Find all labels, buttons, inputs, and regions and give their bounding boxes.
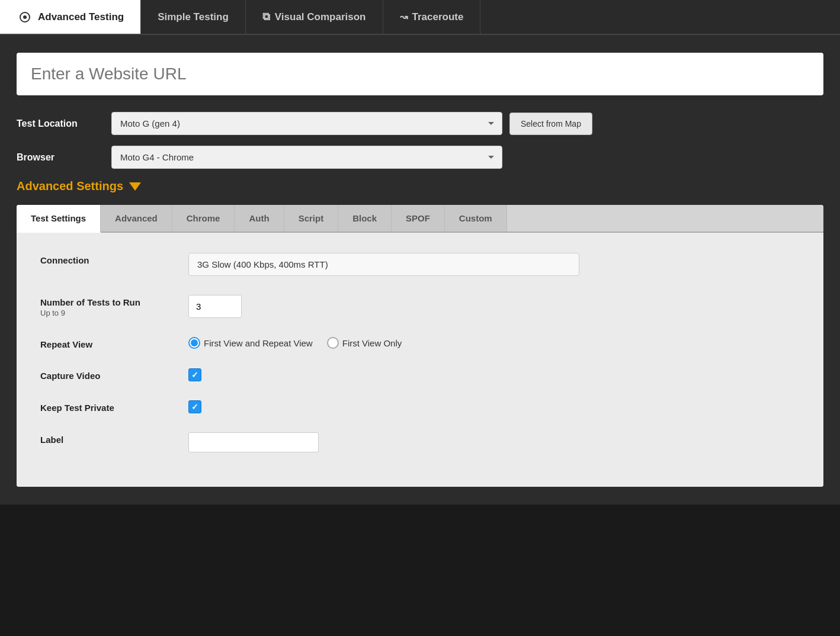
main-content: Test Location Moto G (gen 4) Select from… xyxy=(0,35,840,505)
browser-select[interactable]: Moto G4 - Chrome xyxy=(111,146,502,169)
capture-video-checkbox[interactable] xyxy=(188,368,201,381)
test-location-label: Test Location xyxy=(17,118,111,129)
visual-comparison-icon: ⧉ xyxy=(262,11,270,23)
radio-first-only[interactable]: First View Only xyxy=(327,337,402,349)
num-tests-input[interactable] xyxy=(188,295,242,318)
nav-item-advanced-testing[interactable]: Advanced Testing xyxy=(0,0,141,34)
radio-circle-first-and-repeat xyxy=(188,337,200,349)
tab-advanced[interactable]: Advanced xyxy=(101,205,172,232)
tabs-header: Test Settings Advanced Chrome Auth Scrip… xyxy=(17,205,823,233)
label-row: Label xyxy=(40,430,800,452)
tabs-container: Test Settings Advanced Chrome Auth Scrip… xyxy=(17,205,823,487)
tab-auth[interactable]: Auth xyxy=(235,205,284,232)
test-location-select[interactable]: Moto G (gen 4) xyxy=(111,112,502,135)
nav-item-traceroute[interactable]: ↝ Traceroute xyxy=(383,0,481,34)
nav-item-visual-comparison[interactable]: ⧉ Visual Comparison xyxy=(246,0,383,34)
url-input-wrapper xyxy=(17,53,823,95)
advanced-settings-label: Advanced Settings xyxy=(17,179,123,193)
capture-video-label: Capture Video xyxy=(40,366,177,381)
advanced-settings-toggle[interactable]: Advanced Settings xyxy=(17,179,823,193)
svg-point-1 xyxy=(23,15,27,19)
num-tests-label: Number of Tests to Run Up to 9 xyxy=(40,293,177,317)
browser-controls: Moto G4 - Chrome xyxy=(111,146,823,169)
radio-first-and-repeat[interactable]: First View and Repeat View xyxy=(188,337,313,349)
label-field-label: Label xyxy=(40,430,177,445)
connection-select[interactable]: 3G Slow (400 Kbps, 400ms RTT) 3G Fast (1… xyxy=(188,253,579,276)
tab-test-settings[interactable]: Test Settings xyxy=(17,205,101,233)
repeat-view-row: Repeat View First View and Repeat View F… xyxy=(40,335,800,349)
nav-item-simple-testing[interactable]: Simple Testing xyxy=(141,0,246,34)
repeat-view-label: Repeat View xyxy=(40,335,177,349)
tab-custom[interactable]: Custom xyxy=(445,205,507,232)
keep-private-control xyxy=(188,398,800,413)
tab-script[interactable]: Script xyxy=(284,205,339,232)
repeat-view-control: First View and Repeat View First View On… xyxy=(188,335,800,349)
keep-private-label: Keep Test Private xyxy=(40,398,177,413)
tab-chrome[interactable]: Chrome xyxy=(172,205,235,232)
num-tests-sublabel: Up to 9 xyxy=(40,309,177,317)
tab-spof[interactable]: SPOF xyxy=(392,205,445,232)
radio-circle-first-only xyxy=(327,337,339,349)
advanced-testing-logo xyxy=(17,9,33,25)
connection-control: 3G Slow (400 Kbps, 400ms RTT) 3G Fast (1… xyxy=(188,250,800,276)
num-tests-row: Number of Tests to Run Up to 9 xyxy=(40,293,800,318)
connection-row: Connection 3G Slow (400 Kbps, 400ms RTT)… xyxy=(40,250,800,276)
test-location-controls: Moto G (gen 4) Select from Map xyxy=(111,112,823,135)
num-tests-control xyxy=(188,293,800,318)
capture-video-row: Capture Video xyxy=(40,366,800,381)
top-nav: Advanced Testing Simple Testing ⧉ Visual… xyxy=(0,0,840,35)
traceroute-icon: ↝ xyxy=(400,11,408,23)
keep-private-row: Keep Test Private xyxy=(40,398,800,413)
tab-block[interactable]: Block xyxy=(338,205,392,232)
select-from-map-button[interactable]: Select from Map xyxy=(509,113,592,135)
tab-content-test-settings: Connection 3G Slow (400 Kbps, 400ms RTT)… xyxy=(17,233,823,487)
connection-label: Connection xyxy=(40,250,177,265)
keep-private-checkbox[interactable] xyxy=(188,400,201,413)
url-input[interactable] xyxy=(31,65,809,83)
test-location-row: Test Location Moto G (gen 4) Select from… xyxy=(17,112,823,135)
label-input[interactable] xyxy=(188,432,319,452)
advanced-settings-chevron-icon xyxy=(129,182,141,191)
browser-label: Browser xyxy=(17,152,111,163)
label-field-control xyxy=(188,430,800,452)
browser-row: Browser Moto G4 - Chrome xyxy=(17,146,823,169)
capture-video-control xyxy=(188,366,800,381)
